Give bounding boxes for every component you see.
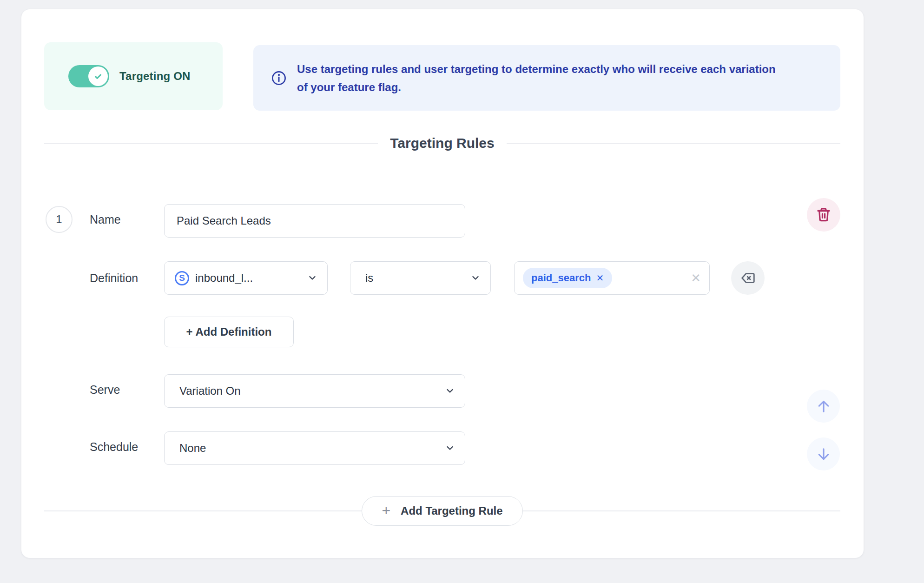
remove-tag-icon[interactable]: ✕ [596,273,604,283]
schedule-value: None [179,442,206,455]
page: Targeting ON Use targeting rules and use… [0,0,924,583]
backspace-icon [740,271,755,285]
definition-comparator-value: is [365,272,373,285]
targeting-card: Targeting ON Use targeting rules and use… [21,9,864,558]
serve-value: Variation On [179,384,241,398]
chevron-down-icon [445,386,455,396]
schedule-dropdown[interactable]: None [164,431,465,465]
arrow-down-icon [815,446,832,463]
value-tag: paid_search ✕ [523,268,612,288]
divider [44,143,378,144]
delete-definition-button[interactable] [731,261,765,295]
trash-icon [816,207,832,223]
definition-label: Definition [90,271,138,285]
chevron-down-icon [308,273,317,283]
section-heading: Targeting Rules [44,135,840,151]
string-type-icon: S [175,271,189,285]
targeting-status-label: Targeting ON [119,70,191,83]
info-banner-text: Use targeting rules and user targeting t… [297,60,776,96]
definition-property-dropdown[interactable]: S inbound_l... [164,261,328,295]
arrow-up-icon [815,398,832,415]
definition-comparator-dropdown[interactable]: is [350,261,491,295]
definition-property-value: inbound_l... [195,272,253,285]
rule-name-value: Paid Search Leads [177,214,271,227]
delete-rule-button[interactable] [807,198,840,232]
plus-icon: + [382,503,390,518]
serve-dropdown[interactable]: Variation On [164,374,465,408]
schedule-label: Schedule [90,440,138,454]
rule-name-input[interactable]: Paid Search Leads [164,204,465,238]
add-targeting-rule-button[interactable]: + Add Targeting Rule [362,496,522,526]
targeting-toggle[interactable] [68,65,109,87]
add-targeting-rule-label: Add Targeting Rule [401,504,503,517]
chevron-down-icon [471,273,480,283]
divider [507,143,840,144]
value-tag-text: paid_search [531,272,591,284]
check-icon [93,71,103,81]
clear-values-icon[interactable]: ✕ [691,272,701,284]
move-rule-down-button[interactable] [807,437,840,470]
serve-label: Serve [90,383,120,397]
info-icon [271,70,287,86]
section-title: Targeting Rules [390,135,494,151]
name-label: Name [90,212,121,226]
targeting-status-panel: Targeting ON [44,42,223,110]
chevron-down-icon [445,444,455,453]
add-rule-row: + Add Targeting Rule [44,496,840,526]
add-definition-button[interactable]: + Add Definition [164,317,294,347]
move-rule-up-button[interactable] [807,390,840,423]
toggle-knob [88,66,108,86]
rule-number-badge: 1 [46,206,73,233]
definition-values-input[interactable]: paid_search ✕ ✕ [514,261,710,295]
info-banner: Use targeting rules and user targeting t… [253,45,840,111]
add-definition-label: + Add Definition [186,325,272,338]
